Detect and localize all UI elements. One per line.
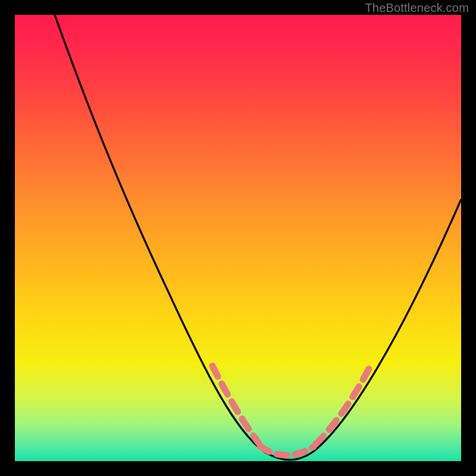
highlight-right [315, 363, 372, 444]
highlight-left [212, 366, 259, 443]
bottleneck-curve [15, 15, 461, 461]
chart-plot-area [15, 15, 461, 461]
chart-frame: TheBottleneck.com [0, 0, 476, 476]
highlight-floor [260, 446, 314, 455]
curve-path [55, 15, 461, 460]
watermark-text: TheBottleneck.com [365, 1, 469, 15]
